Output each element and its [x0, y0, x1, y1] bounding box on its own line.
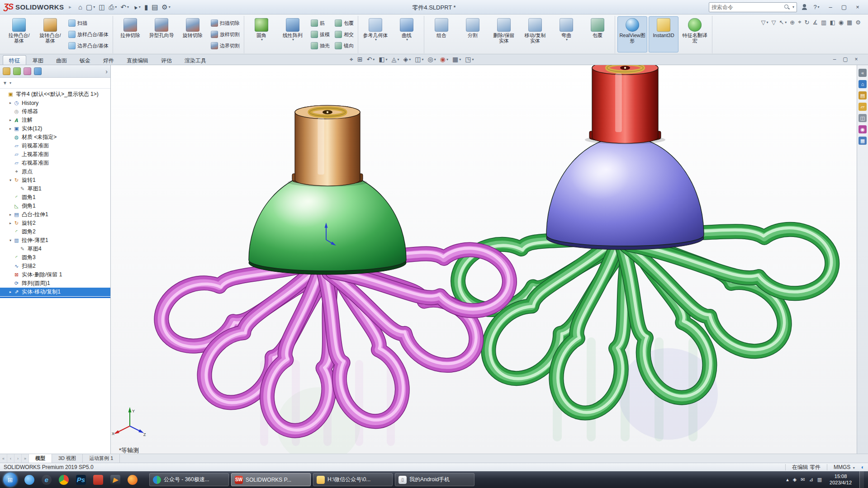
ribbon-button-cut-extrude[interactable]: 拉伸切除 — [115, 16, 145, 52]
taskbar-window-3[interactable]: H:\微信公众号\0... — [313, 473, 393, 486]
ribbon-button-curves[interactable]: 曲线▾ — [392, 16, 422, 52]
tree-item[interactable]: ▸▤凸台-拉伸1 — [0, 210, 110, 219]
tree-item[interactable]: ▸↻旋转2 — [0, 219, 110, 227]
measure-tool-icon[interactable]: ∡ — [812, 19, 818, 26]
ribbon-button-split[interactable]: 分割 — [458, 16, 488, 52]
scene-tool-icon[interactable]: ▦ — [847, 19, 852, 26]
performance-icon[interactable]: ▤ — [150, 2, 160, 13]
ribbon-button-pattern[interactable]: 线性阵列▾ — [278, 16, 308, 52]
tree-item[interactable]: ▾▥拉伸-薄壁1 — [0, 236, 110, 245]
tray-network-icon[interactable]: ⊿ — [809, 477, 813, 483]
taskbar-photoshop-icon[interactable]: Ps — [73, 473, 89, 487]
ribbon-tab-6[interactable]: 直接编辑 — [120, 55, 155, 65]
tree-item[interactable]: ▱上视基准面 — [0, 150, 110, 159]
tray-message-icon[interactable]: ✉ — [801, 477, 805, 483]
ribbon-tab-4[interactable]: 钣金 — [73, 55, 97, 65]
show-desktop-button[interactable] — [859, 471, 864, 488]
ribbon-button-cut-sweep[interactable]: 扫描切除 — [209, 18, 242, 28]
sheet-nav-4[interactable]: » — [22, 454, 29, 463]
ribbon-button-hole-wizard[interactable]: 异型孔向导 — [147, 16, 176, 52]
configuration-manager-tab[interactable] — [24, 67, 31, 75]
ribbon-button-wrap[interactable]: 包覆 — [333, 18, 356, 28]
rollback-bar[interactable] — [0, 297, 110, 298]
ribbon-button-cut-loft[interactable]: 放样切割 — [209, 29, 242, 40]
taskbar-window-1[interactable]: 公众号 - 360极速... — [149, 473, 229, 486]
feature-manager-tab[interactable] — [3, 67, 10, 75]
sheet-nav-3[interactable]: › — [14, 454, 22, 463]
sheet-nav-1[interactable]: « — [0, 454, 7, 463]
model-right-jellyfish[interactable] — [450, 65, 836, 421]
tree-item[interactable]: ◺倒角1 — [0, 202, 110, 210]
ribbon-tab-8[interactable]: 渲染工具 — [178, 55, 213, 65]
select-tool-icon[interactable]: ↖▾ — [779, 19, 787, 26]
taskbar-clock[interactable]: 15:08 2023/4/12 — [826, 474, 855, 486]
tree-item[interactable]: ◜圆角3 — [0, 253, 110, 262]
app-minimize-icon[interactable]: – — [824, 2, 837, 12]
ribbon-button-cut-boundary[interactable]: 边界切割 — [209, 40, 242, 51]
selection-filter-icon[interactable]: ▽▾ — [761, 19, 768, 26]
ribbon-button-instant3d[interactable]: Instant3D — [649, 16, 678, 52]
tree-item[interactable]: ◍材质 <未指定> — [0, 133, 110, 142]
tree-item[interactable]: ∿扫描2 — [0, 262, 110, 270]
zoom-fit-icon[interactable]: ⌖ — [348, 55, 355, 64]
ribbon-button-flex[interactable]: 弯曲▾ — [551, 16, 581, 52]
task-pane-view-palette-icon[interactable]: ◫ — [859, 114, 867, 122]
tree-item[interactable]: ⟳阵列(圆周)1 — [0, 279, 110, 288]
taskbar-ie-icon[interactable]: e — [38, 473, 55, 487]
search-icon[interactable] — [784, 4, 790, 10]
ribbon-button-intersect[interactable]: 相交 — [333, 29, 356, 40]
options-icon[interactable]: ⚙▾ — [160, 2, 172, 13]
filter-faces-icon[interactable]: ▽ — [771, 19, 776, 26]
display-manager-tab[interactable] — [34, 67, 42, 75]
taskbar-360-safe-icon[interactable] — [21, 473, 38, 487]
task-pane-collapse-icon[interactable]: « — [859, 69, 867, 77]
tree-item[interactable]: ⌖原点 — [0, 167, 110, 176]
task-pane-resources-icon[interactable]: ⌂ — [859, 80, 867, 88]
tree-item[interactable]: ▸A注解 — [0, 116, 110, 124]
doc-close-icon[interactable]: × — [851, 55, 862, 64]
zoom-area-icon[interactable]: ⊞ — [356, 55, 364, 64]
tree-item[interactable]: ▸⇗实体-移动/复制1 — [0, 288, 110, 296]
appearance-tool-icon[interactable]: ◉ — [839, 19, 844, 26]
new-document-icon[interactable]: ▢▾ — [84, 2, 97, 13]
status-quick-tips-icon[interactable]: ◐ — [861, 464, 864, 470]
ribbon-button-cut-revolve[interactable]: 旋转切除 — [178, 16, 208, 52]
search-caret-icon[interactable]: ▾ — [792, 5, 794, 9]
expand-arrow[interactable]: ▸ — [8, 213, 13, 217]
bottom-tab-2[interactable]: 3D 视图 — [52, 454, 83, 463]
login-icon[interactable] — [801, 4, 808, 10]
bottom-tab-1[interactable]: 模型 — [29, 454, 52, 463]
bottom-tab-3[interactable]: 运动算例 1 — [83, 454, 120, 463]
save-icon[interactable]: ◫ — [97, 2, 107, 13]
previous-view-icon[interactable]: ↶▾ — [365, 55, 376, 64]
taskbar-window-4[interactable]: ▯我的Android手机 — [395, 473, 474, 486]
filter-funnel-icon[interactable]: ▼ — [3, 81, 7, 85]
expand-arrow[interactable]: ▾ — [8, 238, 13, 242]
tray-security-icon[interactable]: ◈ — [793, 477, 797, 483]
ribbon-button-macro[interactable]: 特征名翻译宏 — [680, 16, 710, 52]
edit-appearance-icon[interactable]: ◉▾ — [439, 55, 450, 64]
section-view-icon[interactable]: ◧▾ — [377, 55, 389, 64]
undo-icon[interactable]: ↶▾ — [119, 2, 131, 13]
taskbar-red-app-icon[interactable] — [90, 473, 106, 487]
ribbon-button-loft[interactable]: 放样凸台/基体 — [66, 29, 110, 40]
ribbon-button-ref-geometry[interactable]: 参考几何体▾ — [360, 16, 390, 52]
hide-show-items-icon[interactable]: ◎▾ — [426, 55, 437, 64]
ribbon-button-draft[interactable]: 拔模 — [309, 29, 332, 40]
tree-item[interactable]: ▣零件4 (默认<<默认>_显示状态 1>) — [0, 90, 110, 99]
ribbon-button-fillet[interactable]: 圆角▾ — [247, 16, 276, 52]
tree-item[interactable]: ◜圆角2 — [0, 227, 110, 236]
tree-item[interactable]: ⊠实体-删除/保留 1 — [0, 270, 110, 279]
viewport-canvas[interactable]: YXZ*等轴测 — [111, 65, 857, 454]
help-button[interactable]: ?▾ — [811, 2, 821, 12]
rotate-view-icon[interactable]: ↻ — [805, 19, 810, 26]
expand-arrow[interactable]: ▸ — [8, 290, 13, 294]
property-manager-tab[interactable] — [13, 67, 21, 75]
task-pane-file-explorer-icon[interactable]: ▱ — [859, 103, 867, 111]
expand-arrow[interactable]: ▸ — [8, 127, 13, 131]
menu-flyout-icon[interactable]: ▸ — [69, 4, 71, 10]
taskbar-chrome-icon[interactable] — [56, 473, 72, 487]
search-input[interactable] — [711, 4, 782, 10]
command-search[interactable]: ▾ — [709, 2, 797, 12]
tree-item[interactable]: ▸◷History — [0, 99, 110, 107]
